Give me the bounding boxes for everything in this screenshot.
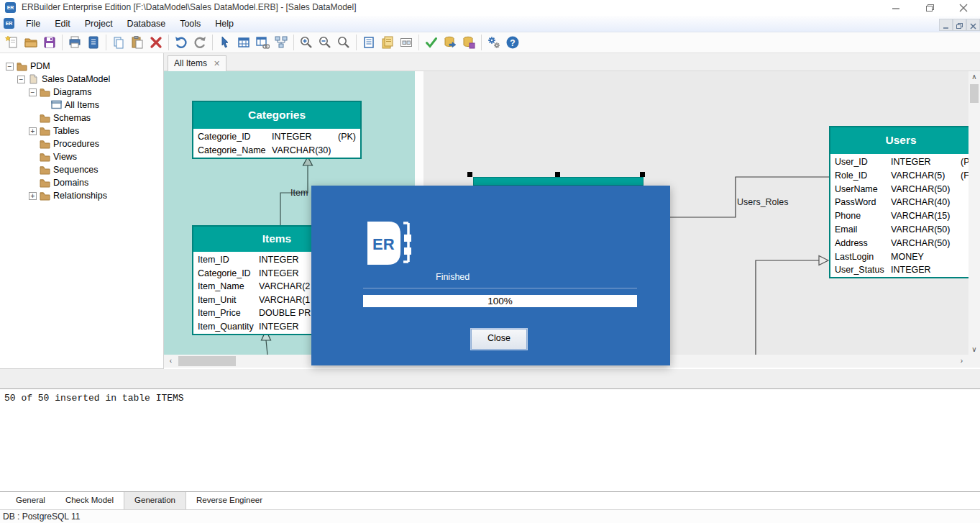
scroll-right-icon[interactable]: › xyxy=(956,355,967,368)
form-view-icon[interactable] xyxy=(397,33,416,52)
db-reverse-icon[interactable] xyxy=(459,33,478,52)
help-icon[interactable]: ? xyxy=(503,33,522,52)
collapse-icon[interactable]: − xyxy=(29,88,37,96)
diagram-layout-icon[interactable] xyxy=(272,33,290,52)
column-row: AddressVARCHAR(50) xyxy=(830,237,971,250)
pointer-icon[interactable] xyxy=(216,33,234,52)
hscroll-thumb[interactable] xyxy=(178,356,236,366)
column-type: VARCHAR(30) xyxy=(272,144,331,158)
tab-close-icon[interactable]: ✕ xyxy=(214,59,220,68)
toolbar-separator xyxy=(293,35,294,50)
column-row: LastLoginMONEY xyxy=(830,250,971,264)
sidebar-item-pdm[interactable]: −PDM xyxy=(0,60,163,73)
redo-icon[interactable] xyxy=(191,33,209,52)
undo-icon[interactable] xyxy=(172,33,191,52)
sidebar-item-schemas[interactable]: Schemas xyxy=(0,112,163,124)
expand-icon[interactable]: + xyxy=(29,192,37,200)
menu-tools[interactable]: Tools xyxy=(173,16,208,32)
column-name: Item_ID xyxy=(198,253,229,267)
sidebar-item-domains[interactable]: Domains xyxy=(0,176,163,189)
restore-button[interactable] xyxy=(920,0,940,16)
menu-database[interactable]: Database xyxy=(120,16,173,32)
delete-icon[interactable] xyxy=(147,33,165,52)
sidebar-item-label: Views xyxy=(53,150,77,163)
column-type: INTEGER xyxy=(259,320,299,334)
column-name: PassWord xyxy=(835,196,876,209)
sidebar-item-label: PDM xyxy=(30,60,50,73)
sidebar-item-tables[interactable]: +Tables xyxy=(0,124,163,137)
pages-icon[interactable] xyxy=(378,33,397,52)
menu-file[interactable]: File xyxy=(19,16,47,32)
document-icon[interactable] xyxy=(360,33,378,52)
new-file-icon[interactable] xyxy=(3,33,22,52)
scroll-left-icon[interactable]: ‹ xyxy=(165,355,176,368)
table-grid-icon[interactable] xyxy=(234,33,253,52)
selection-handle[interactable] xyxy=(555,172,560,177)
table-users[interactable]: UsersUser_IDINTEGER(PK)Role_IDVARCHAR(5)… xyxy=(829,126,973,278)
db-generate-icon[interactable] xyxy=(441,33,459,52)
sidebar-item-label: Diagrams xyxy=(53,86,92,99)
settings-gears-icon[interactable] xyxy=(485,33,503,52)
check-model-icon[interactable] xyxy=(422,33,441,52)
sidebar-item-relationships[interactable]: +Relationships xyxy=(0,189,163,202)
column-type: INTEGER xyxy=(259,267,299,281)
close-button[interactable] xyxy=(953,0,974,16)
selection-handle[interactable] xyxy=(467,172,472,177)
table-header-categories[interactable]: Categories xyxy=(193,102,360,130)
report-icon[interactable] xyxy=(84,33,103,52)
column-name: Categorie_ID xyxy=(198,130,251,144)
column-row: Role_IDVARCHAR(5)(FK) xyxy=(830,169,971,183)
sidebar-item-sales-datamodel[interactable]: −Sales DataModel xyxy=(0,73,163,86)
sidebar-item-procedures[interactable]: Procedures xyxy=(0,137,163,150)
canvas-vscrollbar[interactable] xyxy=(968,71,980,355)
zoom-in-icon[interactable] xyxy=(297,33,316,52)
horizontal-splitter[interactable]: ▲ xyxy=(0,369,980,388)
minimize-button[interactable] xyxy=(886,0,906,16)
folder-icon xyxy=(40,191,50,204)
window-title: ERBuilder Enterprise Edition [F:\DataMod… xyxy=(22,2,357,12)
selection-handle[interactable] xyxy=(640,172,645,177)
log-text: 50 of 50 inserted in table ITEMS xyxy=(0,389,980,407)
relationship-label-users-roles: Users_Roles xyxy=(737,197,789,207)
zoom-icon[interactable] xyxy=(334,33,353,52)
mdi-close-button[interactable] xyxy=(966,19,980,31)
copy-icon[interactable] xyxy=(109,33,128,52)
erbuilder-logo-icon: ER xyxy=(360,217,418,278)
toolbar-separator xyxy=(481,35,482,50)
column-type: INTEGER xyxy=(272,130,312,144)
sidebar-item-all-items[interactable]: All Items xyxy=(0,99,163,112)
bottom-tab-general[interactable]: General xyxy=(6,492,55,509)
paste-icon[interactable] xyxy=(128,33,147,52)
vscroll-thumb[interactable] xyxy=(970,84,979,103)
zoom-out-icon[interactable] xyxy=(316,33,334,52)
menu-project[interactable]: Project xyxy=(78,16,120,32)
column-name: Role_ID xyxy=(835,169,867,183)
print-icon[interactable] xyxy=(65,33,84,52)
mdi-restore-button[interactable] xyxy=(953,19,966,31)
tab-all-items[interactable]: All Items✕ xyxy=(168,55,226,72)
bottom-tab-check-model[interactable]: Check Model xyxy=(55,492,124,509)
bottom-tab-reverse-engineer[interactable]: Reverse Engineer xyxy=(186,492,273,509)
menu-help[interactable]: Help xyxy=(208,16,241,32)
column-name: Categorie_ID xyxy=(198,267,251,281)
sidebar-item-views[interactable]: Views xyxy=(0,150,163,163)
svg-text:?: ? xyxy=(510,38,515,48)
expand-icon[interactable]: + xyxy=(29,127,37,135)
table-link-icon[interactable] xyxy=(253,33,272,52)
sidebar-item-diagrams[interactable]: −Diagrams xyxy=(0,86,163,99)
save-icon[interactable] xyxy=(40,33,59,52)
mdi-minimize-button[interactable] xyxy=(939,19,953,31)
table-categories[interactable]: CategoriesCategorie_IDINTEGER(PK)Categor… xyxy=(192,101,362,159)
bottom-tab-generation[interactable]: Generation xyxy=(124,492,186,509)
menu-edit[interactable]: Edit xyxy=(47,16,78,32)
generation-log-panel[interactable]: 50 of 50 inserted in table ITEMS xyxy=(0,388,980,492)
collapse-icon[interactable]: − xyxy=(17,76,25,83)
open-folder-icon[interactable] xyxy=(22,33,40,52)
sidebar-item-sequences[interactable]: Sequences xyxy=(0,163,163,176)
scroll-down-icon[interactable]: ∨ xyxy=(968,344,980,355)
scroll-up-icon[interactable]: ∧ xyxy=(968,71,980,82)
collapse-icon[interactable]: − xyxy=(6,63,14,71)
dialog-close-button[interactable]: Close xyxy=(471,329,527,350)
selected-table-header-sliver[interactable] xyxy=(473,177,644,186)
table-header-users[interactable]: Users xyxy=(830,127,971,155)
